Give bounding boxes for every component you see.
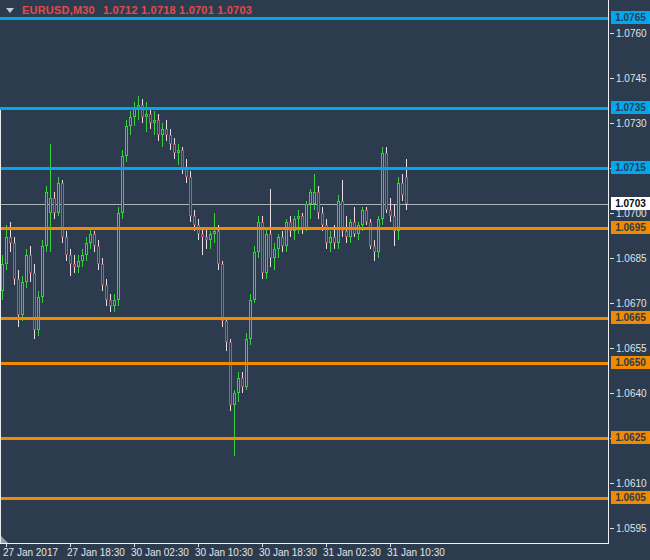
orange-line-price-badge: 1.0665 [611,311,650,324]
candle-body-bull [130,118,132,126]
candle-body-bull [86,244,88,255]
ohlc-values-label: 1.0712 1.0718 1.0701 1.0703 [103,4,252,16]
candle-body-bear [74,265,76,267]
candle-body-bull [238,379,240,393]
candle-body-bear [390,211,392,216]
history-start-marker-icon [1,536,8,543]
candle-body-bear [342,202,344,231]
price-tick-label: 1.0670 [616,298,650,309]
time-tick-label: 31 Jan 02:30 [323,547,381,558]
price-tick [610,78,614,79]
candle-body-bear [66,238,68,255]
candle-body-bear [174,145,176,153]
candle-body-bear [18,280,20,315]
candle-body-bull [306,205,308,228]
price-tick [610,528,614,529]
price-tick-label: 1.0610 [616,478,650,489]
candle-body-bear [102,265,104,285]
candle-body-bear [94,235,96,246]
candle-body-bear [10,238,12,243]
time-axis-border [0,543,609,544]
orange-line-price-badge: 1.0605 [611,491,650,504]
price-tick-label: 1.0640 [616,388,650,399]
chart-window: EURUSD,M301.0712 1.0718 1.0701 1.0703 1.… [0,0,650,560]
candle-body-bear [242,379,244,387]
candle-body-bear [230,343,232,405]
candle-body-bear [166,130,168,135]
candle-body-bear [70,256,72,264]
candle-body-bear [170,136,172,144]
candle-body-bull [126,127,128,156]
chart-title: EURUSD,M301.0712 1.0718 1.0701 1.0703 [22,4,252,16]
candle-body-bear [202,235,204,237]
candle-body-bear [366,211,368,222]
candle-body-bear [282,238,284,246]
candle-body-bull [90,235,92,243]
time-tick-label: 30 Jan 02:30 [131,547,189,558]
blue-line-price-badge: 1.0735 [611,101,650,114]
candle-body-bull [314,193,316,204]
candle-body-bear [346,232,348,237]
time-tick-label: 31 Jan 10:30 [387,547,445,558]
candle-body-bear [386,154,388,210]
candlestick-plot[interactable] [0,0,608,543]
candle-body-bull [154,121,156,123]
candle-body-bull [398,184,400,231]
candle-body-bear [14,244,16,279]
candle-body-bull [118,214,120,300]
candle-body-bull [78,262,80,267]
orange-line-price-badge: 1.0695 [611,221,650,234]
candle-body-bear [190,178,192,216]
candle-body-bull [134,109,136,117]
time-tick-label: 30 Jan 10:30 [195,547,253,558]
candle-body-bull [274,250,276,258]
price-tick-label: 1.0745 [616,73,650,84]
candle-body-bull [310,193,312,204]
candle-body-bull [214,232,216,234]
candle-body-bull [58,184,60,213]
price-tick-label: 1.0595 [616,523,650,534]
price-tick-label: 1.0685 [616,253,650,264]
history-boundary-line [0,110,1,543]
candle-body-bull [362,211,364,225]
candle-body-bull [82,256,84,261]
candle-body-bull [122,157,124,213]
blue-line-price-badge: 1.0715 [611,161,650,174]
candle-body-bull [114,301,116,306]
candle-body-bear [218,232,220,264]
price-tick [610,303,614,304]
current-price-badge: 1.0703 [611,197,650,210]
collapse-arrow-icon[interactable] [6,8,14,13]
candle-body-bear [370,223,372,246]
price-tick [610,213,614,214]
price-tick [610,348,614,349]
candle-body-bull [42,247,44,297]
candle-body-bull [234,394,236,405]
candle-body-bear [406,178,408,204]
candle-body-bear [182,151,184,168]
candle-body-bull [210,235,212,240]
candle-body-bear [206,238,208,240]
candle-body-bear [98,247,100,264]
candle-body-bear [226,322,228,342]
blue-line-price-badge: 1.0765 [611,11,650,24]
candle-body-bear [334,238,336,243]
orange-line-price-badge: 1.0650 [611,356,650,369]
candle-body-bear [106,286,108,300]
candle-body-bull [2,265,4,291]
symbol-period-label: EURUSD,M30 [22,4,95,16]
price-tick-label: 1.0655 [616,343,650,354]
candle-body-bear [158,121,160,135]
candle-body-bull [330,238,332,243]
candle-body-bear [54,199,56,213]
candle-body-bear [262,223,264,273]
candle-body-bear [322,214,324,225]
candle-body-bull [266,235,268,273]
candle-body-bull [146,115,148,117]
price-axis-border [608,0,609,544]
candle-body-bear [30,256,32,273]
orange-line-price-badge: 1.0625 [611,431,650,444]
candle-body-bear [110,301,112,306]
time-tick-label: 27 Jan 2017 [3,547,58,558]
candle-body-bear [194,217,196,225]
